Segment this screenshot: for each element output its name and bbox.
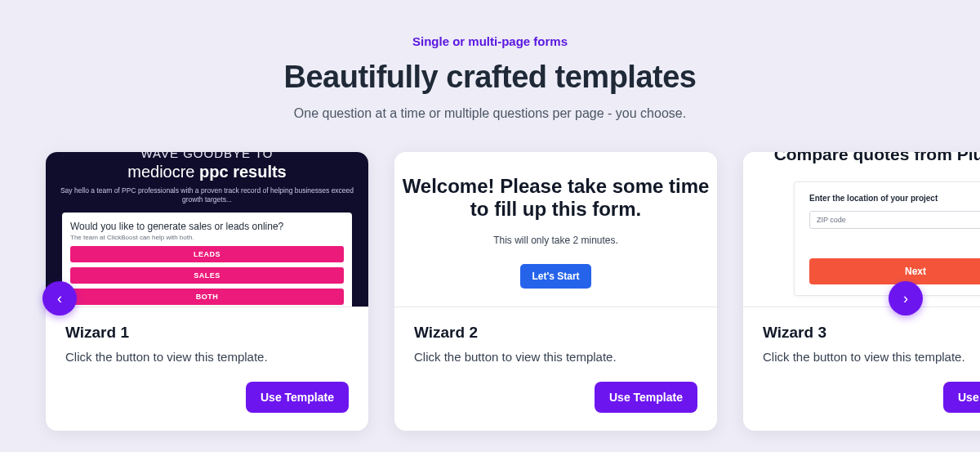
- card-description: Click the button to view this template.: [65, 350, 349, 364]
- card-description: Click the button to view this template.: [414, 350, 697, 364]
- card-body: Wizard 2 Click the button to view this t…: [394, 307, 717, 431]
- preview-subtext: Say hello a team of PPC professionals wi…: [57, 186, 357, 204]
- carousel-next-button[interactable]: ›: [889, 281, 923, 316]
- preview-option: SALES: [70, 267, 344, 284]
- template-card: Wave GOODBYE TO mediocre ppc results Say…: [46, 152, 368, 431]
- preview-welcome-heading: Welcome! Please take some time to fill u…: [399, 175, 712, 220]
- carousel-prev-button[interactable]: ‹: [42, 281, 77, 316]
- template-preview: Welcome! Please take some time to fill u…: [394, 152, 717, 307]
- preview-option: LEADS: [70, 246, 344, 262]
- preview-start-button: Let's Start: [520, 264, 590, 289]
- card-description: Click the button to view this template.: [763, 350, 980, 364]
- preview-welcome-sub: This will only take 2 minutes.: [399, 235, 712, 246]
- page-title: Beautifully crafted templates: [0, 60, 980, 95]
- card-title: Wizard 2: [414, 324, 697, 342]
- card-title: Wizard 3: [763, 324, 980, 342]
- template-card: Welcome! Please take some time to fill u…: [394, 152, 717, 431]
- card-title: Wizard 1: [65, 324, 349, 342]
- chevron-right-icon: ›: [903, 290, 908, 307]
- preview-form-panel: Enter the location of your project ZIP c…: [794, 181, 980, 296]
- carousel-track: Wave GOODBYE TO mediocre ppc results Say…: [46, 152, 980, 431]
- use-template-button[interactable]: Use Template: [943, 382, 980, 413]
- preview-form-panel: Would you like to generate sales or lead…: [62, 213, 352, 307]
- preview-heading-text: mediocre: [127, 163, 199, 181]
- template-carousel: ‹ › Wave GOODBYE TO mediocre ppc results…: [0, 152, 980, 446]
- eyebrow-text: Single or multi-page forms: [0, 34, 980, 48]
- chevron-left-icon: ‹: [57, 290, 62, 307]
- template-preview: Wave GOODBYE TO mediocre ppc results Say…: [46, 152, 368, 307]
- card-body: Wizard 1 Click the button to view this t…: [46, 307, 368, 431]
- section-header: Single or multi-page forms Beautifully c…: [0, 0, 980, 121]
- preview-question: Would you like to generate sales or lead…: [70, 221, 344, 232]
- use-template-button[interactable]: Use Template: [246, 382, 349, 413]
- preview-next-button: Next: [809, 258, 980, 284]
- preview-heading-line1: Wave GOODBYE TO: [57, 152, 357, 161]
- card-body: Wizard 3 Click the button to view this t…: [743, 307, 980, 431]
- preview-field-label: Enter the location of your project: [809, 194, 980, 203]
- use-template-button[interactable]: Use Template: [595, 382, 697, 413]
- preview-zip-input: ZIP code: [809, 211, 980, 229]
- template-preview: Compare quotes from Plumbers Enter the l…: [743, 152, 980, 307]
- preview-question-sub: The team at ClickBoost can help with bot…: [70, 234, 344, 241]
- page-subtitle: One question at a time or multiple quest…: [0, 106, 980, 121]
- preview-heading-bold: ppc results: [199, 163, 287, 181]
- preview-heading-line2: mediocre ppc results: [57, 163, 357, 181]
- preview-option: BOTH: [70, 289, 344, 305]
- preview-compare-heading: Compare quotes from Plumbers: [743, 152, 980, 163]
- template-card: Compare quotes from Plumbers Enter the l…: [743, 152, 980, 431]
